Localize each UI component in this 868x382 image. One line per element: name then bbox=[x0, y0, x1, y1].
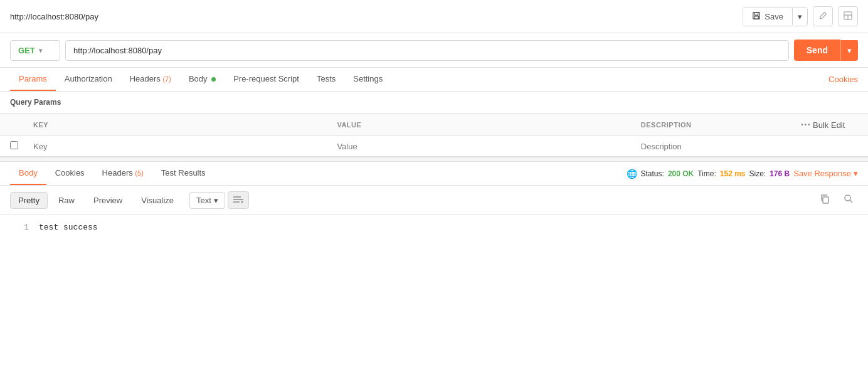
svg-rect-1 bbox=[755, 12, 758, 14]
save-response-button[interactable]: Save Response ▾ bbox=[793, 169, 858, 178]
status-label: Status: bbox=[641, 169, 664, 178]
method-label: GET bbox=[18, 46, 35, 55]
tab-authorization[interactable]: Authorization bbox=[56, 68, 121, 91]
send-chevron-icon: ▾ bbox=[847, 46, 852, 55]
layout-icon-button[interactable] bbox=[838, 6, 858, 26]
response-tab-cookies[interactable]: Cookies bbox=[46, 162, 93, 185]
save-button[interactable]: Save bbox=[743, 8, 792, 26]
tab-tests[interactable]: Tests bbox=[308, 68, 344, 91]
key-col-header: KEY bbox=[26, 114, 329, 136]
format-actions bbox=[815, 191, 858, 210]
send-button[interactable]: Send bbox=[794, 40, 840, 61]
send-chevron-button[interactable]: ▾ bbox=[840, 40, 858, 61]
search-response-button[interactable] bbox=[839, 191, 858, 210]
line-number: 1 bbox=[10, 223, 29, 232]
text-type-label: Text bbox=[196, 196, 211, 205]
format-bar: Pretty Raw Preview Visualize Text ▾ bbox=[0, 186, 868, 215]
checkbox-col-header bbox=[0, 114, 26, 136]
format-visualize-button[interactable]: Visualize bbox=[133, 192, 182, 209]
save-button-group: Save ▾ bbox=[743, 7, 808, 26]
url-input[interactable] bbox=[65, 40, 789, 61]
wrap-lines-icon bbox=[233, 195, 243, 205]
request-tabs: Params Authorization Headers (7) Body Pr… bbox=[0, 68, 868, 92]
query-params-label: Query Params bbox=[0, 92, 868, 113]
bulk-edit-button[interactable]: Bulk Edit bbox=[813, 120, 845, 130]
value-input[interactable] bbox=[337, 142, 625, 151]
copy-icon bbox=[820, 194, 830, 206]
section-divider bbox=[0, 157, 868, 162]
copy-response-button[interactable] bbox=[815, 191, 834, 210]
description-input[interactable] bbox=[641, 142, 785, 151]
description-cell bbox=[633, 136, 793, 157]
row-checkbox-cell bbox=[0, 136, 26, 157]
save-label: Save bbox=[765, 12, 783, 21]
response-tabs-bar: Body Cookies Headers (5) Test Results 🌐 … bbox=[0, 162, 868, 186]
layout-icon bbox=[844, 11, 852, 22]
tab-settings[interactable]: Settings bbox=[344, 68, 391, 91]
save-response-label: Save Response bbox=[793, 169, 851, 178]
value-col-header: VALUE bbox=[329, 114, 633, 136]
save-icon bbox=[752, 11, 761, 22]
method-selector[interactable]: GET ▾ bbox=[10, 40, 60, 61]
globe-icon: 🌐 bbox=[627, 169, 637, 179]
format-preview-button[interactable]: Preview bbox=[85, 192, 130, 209]
edit-icon-button[interactable] bbox=[813, 6, 833, 26]
tab-pre-request[interactable]: Pre-request Script bbox=[225, 68, 308, 91]
response-headers-badge: (5) bbox=[135, 169, 143, 177]
row-checkbox[interactable] bbox=[10, 141, 18, 149]
method-chevron-icon: ▾ bbox=[39, 47, 42, 54]
pencil-icon bbox=[818, 11, 827, 22]
response-body: 1test success bbox=[0, 215, 868, 290]
send-button-group: Send ▾ bbox=[794, 40, 858, 61]
save-response-chevron-icon: ▾ bbox=[854, 169, 858, 178]
key-input[interactable] bbox=[33, 142, 322, 151]
time-value: 152 ms bbox=[720, 169, 746, 178]
response-tab-body[interactable]: Body bbox=[10, 162, 46, 185]
top-bar: http://localhost:8080/pay Save ▾ bbox=[0, 0, 868, 33]
value-cell bbox=[329, 136, 633, 157]
text-type-dropdown[interactable]: Text ▾ bbox=[189, 192, 225, 209]
page-title: http://localhost:8080/pay bbox=[10, 12, 98, 21]
headers-badge: (7) bbox=[162, 75, 171, 83]
tab-params[interactable]: Params bbox=[10, 68, 56, 91]
time-label: Time: bbox=[697, 169, 716, 178]
more-options-icon[interactable]: ⋯ bbox=[800, 119, 811, 130]
svg-rect-9 bbox=[823, 197, 828, 203]
svg-point-10 bbox=[845, 195, 850, 201]
format-raw-button[interactable]: Raw bbox=[50, 192, 83, 209]
row-actions-cell bbox=[793, 136, 868, 157]
size-value: 176 B bbox=[770, 169, 790, 178]
response-tab-test-results[interactable]: Test Results bbox=[152, 162, 214, 185]
desc-col-header: DESCRIPTION bbox=[633, 114, 793, 136]
format-pretty-button[interactable]: Pretty bbox=[10, 192, 48, 209]
bulk-col-header: ⋯ Bulk Edit bbox=[793, 114, 868, 136]
url-bar: GET ▾ Send ▾ bbox=[0, 33, 868, 68]
wrap-lines-button[interactable] bbox=[228, 191, 249, 209]
response-meta: 🌐 Status: 200 OK Time: 152 ms Size: 176 … bbox=[627, 169, 858, 179]
tab-body[interactable]: Body bbox=[180, 68, 225, 91]
save-chevron-button[interactable]: ▾ bbox=[792, 8, 807, 25]
response-tab-headers[interactable]: Headers (5) bbox=[93, 162, 152, 185]
svg-line-11 bbox=[850, 200, 852, 203]
table-row bbox=[0, 136, 868, 157]
search-icon bbox=[844, 194, 854, 206]
body-dot bbox=[211, 77, 216, 82]
params-table: KEY VALUE DESCRIPTION ⋯ Bulk Edit bbox=[0, 113, 868, 157]
cookies-link[interactable]: Cookies bbox=[828, 75, 858, 84]
key-cell bbox=[26, 136, 329, 157]
top-bar-actions: Save ▾ bbox=[743, 6, 858, 26]
text-dropdown-chevron-icon: ▾ bbox=[214, 196, 218, 205]
svg-rect-2 bbox=[754, 16, 759, 18]
chevron-down-icon: ▾ bbox=[798, 12, 802, 21]
response-content: test success bbox=[39, 223, 98, 232]
tab-headers[interactable]: Headers (7) bbox=[121, 68, 180, 91]
size-label: Size: bbox=[749, 169, 766, 178]
status-value: 200 OK bbox=[668, 169, 694, 178]
